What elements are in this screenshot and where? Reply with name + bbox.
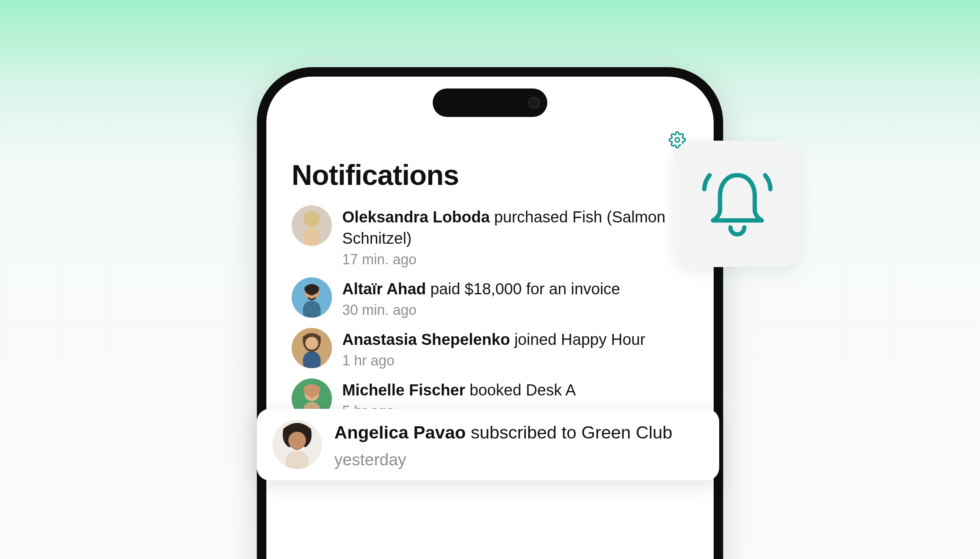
notification-time: 30 min. ago (342, 302, 620, 318)
notification-body: Altaïr Ahad paid $18,000 for an invoice … (342, 277, 620, 318)
notification-text: Michelle Fischer booked Desk A (342, 379, 576, 401)
notification-actor: Anastasia Shepelenko (342, 331, 510, 348)
notification-body: Oleksandra Loboda purchased Fish (Salmon… (342, 205, 688, 268)
notification-body: Anastasia Shepelenko joined Happy Hour 1… (342, 328, 645, 369)
header-row (292, 132, 688, 149)
notification-actor: Altaïr Ahad (342, 280, 426, 297)
phone-button-volume-down (257, 333, 258, 381)
notification-text: Altaïr Ahad paid $18,000 for an invoice (342, 278, 620, 299)
notification-actor: Michelle Fischer (342, 381, 465, 399)
avatar (292, 328, 332, 368)
notification-item[interactable]: Altaïr Ahad paid $18,000 for an invoice … (292, 276, 688, 320)
svg-point-0 (675, 138, 680, 142)
svg-point-15 (288, 432, 306, 450)
svg-rect-10 (303, 351, 321, 368)
avatar (292, 277, 332, 318)
svg-rect-6 (303, 301, 321, 318)
notification-actor: Oleksandra Loboda (342, 208, 490, 226)
svg-rect-3 (304, 228, 320, 246)
notification-action: paid $18,000 for an invoice (430, 280, 620, 297)
notification-time: yesterday (334, 450, 672, 469)
notification-time: 1 hr ago (342, 352, 645, 369)
notification-action: subscribed to Green Club (471, 422, 672, 442)
notification-body: Angelica Pavao subscribed to Green Club … (334, 420, 672, 469)
notification-text: Oleksandra Loboda purchased Fish (Salmon… (342, 206, 688, 249)
svg-point-9 (305, 337, 318, 350)
bell-card (674, 141, 801, 267)
avatar (273, 420, 322, 469)
notification-item[interactable]: Anastasia Shepelenko joined Happy Hour 1… (292, 326, 688, 371)
phone-button-volume-up (257, 272, 258, 319)
notification-time: 17 min. ago (342, 251, 688, 268)
notification-text: Angelica Pavao subscribed to Green Club (334, 421, 672, 445)
phone-button-silent (257, 227, 258, 250)
notification-action: joined Happy Hour (514, 331, 645, 348)
notification-popover[interactable]: Angelica Pavao subscribed to Green Club … (257, 409, 719, 480)
notification-actor: Angelica Pavao (334, 422, 466, 442)
notification-text: Anastasia Shepelenko joined Happy Hour (342, 329, 645, 350)
app-content: Notifications Oleksandra Loboda purchase… (266, 77, 714, 421)
phone-frame: Notifications Oleksandra Loboda purchase… (257, 67, 723, 559)
notification-item[interactable]: Oleksandra Loboda purchased Fish (Salmon… (292, 204, 688, 269)
bell-icon (694, 160, 781, 248)
notification-action: booked Desk A (469, 381, 576, 399)
phone-button-power (722, 290, 723, 369)
notification-list: Oleksandra Loboda purchased Fish (Salmon… (292, 204, 688, 421)
avatar (292, 205, 332, 246)
page-title: Notifications (292, 159, 688, 191)
